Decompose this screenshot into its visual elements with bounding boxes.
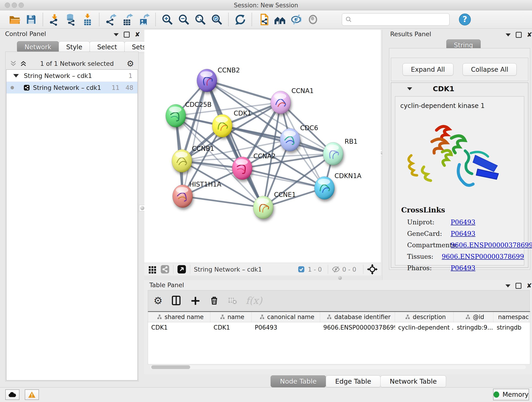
table-panel-menu-icon[interactable] bbox=[505, 284, 510, 287]
node-label-HIST1H1A: HIST1H1A bbox=[189, 181, 221, 188]
select-columns-icon[interactable] bbox=[171, 295, 181, 306]
window-title: Session: New Session bbox=[0, 2, 532, 9]
open-session-icon[interactable] bbox=[8, 13, 21, 26]
control-panel-close-icon[interactable]: ✘ bbox=[135, 32, 140, 37]
selected-checkbox-icon[interactable] bbox=[298, 266, 305, 273]
delete-column-icon[interactable] bbox=[209, 296, 219, 305]
network-canvas[interactable]: CCNB2CCNA1CDC25BCDK1CDC6RB1CCNB1CCNA2CDK… bbox=[144, 30, 381, 263]
search-input[interactable] bbox=[352, 16, 445, 23]
node-CDC25B[interactable] bbox=[166, 104, 186, 127]
table-hscrollbar-thumb[interactable] bbox=[151, 365, 190, 369]
results-panel-float-icon[interactable] bbox=[516, 32, 522, 38]
status-bar: Memory bbox=[0, 387, 532, 402]
collapse-all-button[interactable]: Collapse All bbox=[462, 63, 517, 76]
show-structure-images-icon[interactable] bbox=[307, 13, 319, 26]
detach-view-icon[interactable] bbox=[177, 265, 186, 274]
import-network-database-icon[interactable] bbox=[65, 13, 77, 26]
tab-style[interactable]: Style bbox=[59, 41, 90, 53]
save-session-icon[interactable] bbox=[25, 13, 37, 26]
results-panel-close-icon[interactable]: ✘ bbox=[527, 32, 532, 37]
tab-network[interactable]: Network bbox=[17, 41, 59, 53]
import-network-file-icon[interactable] bbox=[48, 13, 61, 26]
splitter-handle-dot[interactable] bbox=[338, 276, 342, 280]
node-label-CCNB1: CCNB1 bbox=[192, 145, 214, 153]
table-toolbar: ⚙ + f(x) bbox=[148, 290, 530, 311]
node-CCNE1[interactable] bbox=[253, 196, 273, 219]
edge-CCNB2-CCNA1[interactable] bbox=[207, 80, 281, 102]
node-HIST1H1A[interactable] bbox=[172, 185, 193, 208]
apply-preferred-layout-icon[interactable] bbox=[234, 13, 246, 26]
stringify-houses-icon[interactable] bbox=[274, 13, 286, 26]
zoom-out-icon[interactable] bbox=[177, 13, 190, 26]
crosslink-link[interactable]: 9606.ENSP00000378699 bbox=[451, 241, 532, 249]
node-CDK1[interactable] bbox=[212, 114, 232, 137]
crosslink-link[interactable]: P06493 bbox=[451, 264, 475, 272]
tab-edge-table[interactable]: Edge Table bbox=[326, 375, 380, 387]
string-results-buttons: Expand All Collapse All bbox=[391, 58, 528, 81]
network-share-gray-icon[interactable] bbox=[160, 265, 170, 274]
tab-select[interactable]: Select bbox=[89, 41, 124, 53]
expand-all-button[interactable]: Expand All bbox=[403, 63, 453, 76]
export-image-icon[interactable] bbox=[138, 13, 150, 26]
node-CDKN1A[interactable] bbox=[314, 177, 335, 199]
node-CDC6[interactable] bbox=[280, 128, 300, 151]
zoom-in-icon[interactable] bbox=[161, 13, 173, 26]
warning-button[interactable] bbox=[25, 389, 39, 400]
network-share-icon bbox=[24, 85, 30, 91]
tab-network-table[interactable]: Network Table bbox=[380, 375, 446, 387]
edge-CCNB2-CCNE1[interactable] bbox=[207, 80, 263, 207]
control-panel-float-icon[interactable] bbox=[124, 32, 130, 38]
column-header-description[interactable]: description bbox=[395, 312, 454, 322]
table-panel-close-icon[interactable]: ✘ bbox=[526, 283, 532, 288]
results-panel-menu-icon[interactable] bbox=[506, 33, 511, 36]
zoom-fit-icon[interactable] bbox=[194, 13, 206, 26]
glass-ball-effect-icon[interactable] bbox=[290, 13, 303, 26]
node-CCNB2[interactable] bbox=[197, 69, 217, 92]
hidden-eye-icon[interactable] bbox=[332, 265, 340, 274]
column-header-shared-name[interactable]: shared name bbox=[148, 312, 210, 322]
control-panel-menu-icon[interactable] bbox=[114, 33, 119, 36]
tab-node-table[interactable]: Node Table bbox=[271, 375, 326, 387]
node-CCNA1[interactable] bbox=[271, 91, 291, 114]
table-cell: CDK1 bbox=[210, 322, 252, 332]
crosslink-link[interactable]: P06493 bbox=[451, 230, 475, 237]
expand-all-icon[interactable] bbox=[19, 60, 27, 67]
birdseye-grid-icon[interactable] bbox=[148, 265, 157, 274]
selection-summary: 1 of 1 Network selected bbox=[27, 60, 127, 67]
column-header-name[interactable]: name bbox=[210, 312, 252, 322]
node-table: shared namenamecanonical namedatabase id… bbox=[148, 311, 530, 364]
card-expander-icon[interactable] bbox=[407, 87, 412, 90]
crosslink-link[interactable]: 9606.ENSP00000378699 bbox=[442, 253, 524, 260]
collapse-all-icon[interactable] bbox=[9, 60, 17, 67]
add-column-icon[interactable]: + bbox=[190, 296, 201, 305]
import-table-file-icon[interactable] bbox=[81, 13, 94, 26]
export-network-icon[interactable] bbox=[105, 13, 117, 26]
table-panel-float-icon[interactable] bbox=[515, 283, 521, 289]
crosslink-link[interactable]: P06493 bbox=[451, 218, 475, 226]
delete-table-icon bbox=[228, 296, 237, 305]
help-icon[interactable]: ? bbox=[459, 13, 471, 26]
export-table-icon[interactable] bbox=[121, 13, 133, 26]
table-hscrollbar-track[interactable] bbox=[150, 365, 526, 369]
node-CCNA2[interactable] bbox=[232, 157, 252, 180]
network-options-gear-icon[interactable]: ⚙ bbox=[127, 59, 134, 68]
column-header--id[interactable]: @id bbox=[454, 312, 494, 322]
network-selection-bar: 1 of 1 Network selected ⚙ bbox=[6, 58, 137, 69]
zoom-selected-icon[interactable] bbox=[210, 13, 223, 26]
network-row-selected[interactable]: String Network – cdk1 11 48 bbox=[6, 82, 138, 94]
edge-CCNE1-HIST1H1A[interactable] bbox=[183, 196, 263, 207]
network-collection-row[interactable]: String Network – cdk1 1 bbox=[6, 70, 138, 82]
column-header-database-identifier[interactable]: database identifier bbox=[320, 312, 395, 322]
cloud-button[interactable] bbox=[5, 389, 19, 400]
node-CCNB1[interactable] bbox=[172, 149, 192, 172]
node-RB1[interactable] bbox=[323, 142, 343, 165]
memory-button[interactable]: Memory bbox=[493, 389, 529, 400]
collection-expander-icon[interactable] bbox=[13, 74, 19, 77]
pan-crosshair-icon[interactable] bbox=[367, 264, 378, 274]
column-header-canonical-name[interactable]: canonical name bbox=[252, 312, 320, 322]
table-gear-icon[interactable]: ⚙ bbox=[153, 295, 162, 306]
table-row[interactable]: CDK1CDK1P064939606.ENSP00000378699cyclin… bbox=[148, 322, 530, 332]
crosslink-label: Compartments: bbox=[407, 241, 451, 249]
column-header-namespac[interactable]: namespac bbox=[494, 312, 529, 322]
string-document-icon[interactable] bbox=[257, 13, 270, 26]
